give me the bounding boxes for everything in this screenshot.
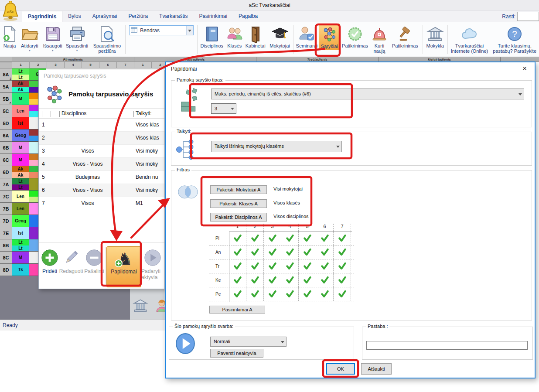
mokykla-button[interactable]: Mokykla: [424, 24, 447, 49]
lesson-cell[interactable]: AkAk: [12, 166, 29, 178]
cancel-button[interactable]: Atšaukti: [361, 363, 392, 375]
check-cell[interactable]: [246, 273, 264, 287]
lesson-cell[interactable]: M: [12, 142, 29, 154]
relationship-row[interactable]: 2Visos klas: [39, 132, 164, 145]
lesson-cell[interactable]: Len: [12, 203, 29, 215]
view-combo[interactable]: Bendras: [129, 25, 194, 35]
nauja-button[interactable]: Nauja: [1, 24, 18, 49]
check-cell[interactable]: [264, 245, 281, 259]
lesson-cell[interactable]: Tk: [12, 264, 29, 276]
tab-per-i-ra[interactable]: Peržiūra: [123, 11, 154, 22]
lesson-cell[interactable]: Len: [12, 105, 29, 117]
ok-button[interactable]: OK: [326, 363, 355, 375]
lesson-cell[interactable]: Ist: [12, 227, 29, 239]
mokytojai-button[interactable]: Mokytojai: [267, 24, 293, 49]
lesson-cell[interactable]: Geog: [12, 215, 29, 227]
check-cell[interactable]: [229, 232, 246, 245]
check-cell[interactable]: [281, 232, 299, 245]
asc-bell-logo[interactable]: aSc: [1, 0, 20, 21]
selections-button[interactable]: Pasirinkimai A: [209, 306, 265, 314]
check-cell[interactable]: [281, 245, 299, 259]
check-cell[interactable]: [264, 232, 281, 245]
check-cell[interactable]: [334, 259, 351, 273]
tvarkara-iai-internete-online-button[interactable]: Tvarkaraščiai Internete (Online): [449, 24, 491, 55]
lesson-cell[interactable]: M: [12, 93, 29, 105]
s-ry-iai-button[interactable]: Sąryšiai: [319, 24, 340, 50]
lesson-cell[interactable]: M: [12, 252, 29, 264]
check-cell[interactable]: [229, 259, 246, 273]
check-cell[interactable]: [334, 273, 351, 287]
tab-apra-ymai[interactable]: Aprašymai: [87, 11, 123, 22]
relationship-row[interactable]: 1Visos klas: [39, 119, 164, 132]
kabinetai-button[interactable]: Kabinetai: [244, 24, 267, 49]
check-cell[interactable]: [334, 287, 351, 301]
check-cell[interactable]: [299, 273, 316, 287]
check-cell[interactable]: [281, 287, 299, 301]
check-cell[interactable]: [299, 232, 316, 245]
apply-dropdown[interactable]: Taikyti išrinktų mokytojų klasėms: [211, 141, 342, 152]
relationship-row[interactable]: 3VisosVisi moky: [39, 145, 164, 158]
atidaryti-button[interactable]: Atidaryti▾: [18, 24, 41, 52]
check-cell[interactable]: [264, 273, 281, 287]
close-icon[interactable]: ×: [520, 64, 529, 73]
spausdinti-button[interactable]: Spausdinti▾: [65, 24, 90, 52]
i-saugoti-button[interactable]: Išsaugoti▾: [41, 24, 65, 52]
importance-dropdown[interactable]: Normali: [210, 337, 287, 347]
check-cell[interactable]: [264, 287, 281, 301]
check-cell[interactable]: [334, 245, 351, 259]
check-cell[interactable]: [316, 259, 334, 273]
patikrinimas-button[interactable]: Patikrinimas: [389, 24, 422, 49]
check-cell[interactable]: [246, 259, 264, 273]
view-combo-dropdown[interactable]: [186, 26, 193, 35]
lesson-cell[interactable]: LtLt: [12, 239, 29, 252]
check-cell[interactable]: [316, 232, 334, 245]
check-cell[interactable]: [299, 245, 316, 259]
tab-pasirinkimai[interactable]: Pasirinkimai: [193, 11, 233, 22]
check-cell[interactable]: [281, 259, 299, 273]
lesson-cell[interactable]: LtLt: [12, 178, 29, 191]
disciplinos-button[interactable]: Disciplinos: [198, 24, 225, 49]
lesson-cell[interactable]: Len: [12, 191, 29, 203]
check-cell[interactable]: [246, 287, 264, 301]
pakeisti-mokytojai-a-button[interactable]: Pakeisti: Mokytojai A: [210, 185, 267, 194]
relationship-type-dropdown[interactable]: Maks. periodų, einančių iš eilės, skaiči…: [211, 89, 524, 99]
klas-s-button[interactable]: Klasės: [225, 24, 244, 49]
check-cell[interactable]: [229, 287, 246, 301]
lesson-cell[interactable]: Geog: [12, 130, 29, 142]
check-cell[interactable]: [316, 273, 334, 287]
relationship-row[interactable]: 6Visos - VisosVisi moky: [39, 184, 164, 197]
papildomai-button[interactable]: ♞Papildomai: [106, 246, 141, 287]
check-cell[interactable]: [299, 259, 316, 273]
check-cell[interactable]: [229, 245, 246, 259]
tab-pagrindinis[interactable]: Pagrindinis: [22, 11, 62, 22]
note-input[interactable]: [366, 341, 528, 350]
check-cell[interactable]: [299, 287, 316, 301]
prid-ti-button[interactable]: Pridėti: [41, 246, 59, 274]
check-cell[interactable]: [229, 273, 246, 287]
turite-klausim-pastab-para-ykite-button[interactable]: ?Turite klausimų, pastabų? Parašykite: [490, 24, 539, 55]
lesson-cell[interactable]: AkAk: [12, 81, 29, 93]
check-cell[interactable]: [246, 245, 264, 259]
seminarai-button[interactable]: Seminarai: [294, 24, 319, 49]
redaguoti-button[interactable]: Redaguoti: [59, 246, 83, 274]
relationship-row[interactable]: 4Visos - VisosVisi moky: [39, 158, 164, 171]
find-input[interactable]: [517, 12, 539, 21]
lesson-cell[interactable]: LtLt: [12, 68, 29, 81]
patikrinimas-button[interactable]: Patikrinimas: [340, 24, 370, 49]
make-inactive-button[interactable]: Paversti neaktyvia: [210, 349, 263, 358]
pakeisti-disciplinos-a-button[interactable]: Pakeisti: Disciplinos A: [210, 213, 267, 222]
relationship-row[interactable]: 5BudėjimasBendri nu: [39, 171, 164, 184]
tab-tvarkara-tis[interactable]: Tvarkaraštis: [154, 11, 193, 22]
relationship-row[interactable]: 7VisosM1: [39, 197, 164, 210]
lesson-cell[interactable]: M: [12, 154, 29, 166]
check-cell[interactable]: [334, 232, 351, 245]
check-cell[interactable]: [281, 273, 299, 287]
pakeisti-klas-s-a-button[interactable]: Pakeisti: Klasės A: [210, 199, 267, 208]
check-cell[interactable]: [264, 259, 281, 273]
tab-bylos[interactable]: Bylos: [62, 11, 86, 22]
count-dropdown[interactable]: 3: [211, 103, 236, 114]
spausdinimo-per-i-ra-button[interactable]: Spausdinimo peržiūra: [90, 24, 125, 55]
lesson-cell[interactable]: Ist: [12, 117, 29, 130]
kurti-nauj-button[interactable]: Kurti naują: [370, 24, 389, 55]
check-cell[interactable]: [246, 232, 264, 245]
